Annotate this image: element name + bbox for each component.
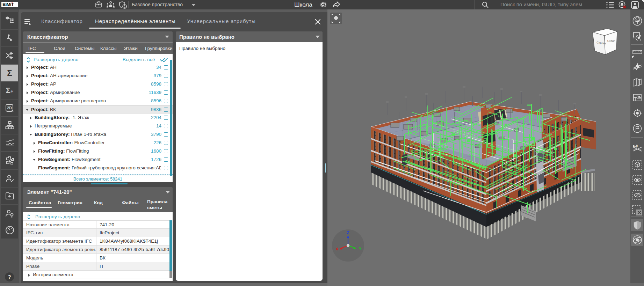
svg-text:X: X <box>336 247 339 251</box>
svg-text:Z: Z <box>347 230 349 235</box>
svg-text:Y: Y <box>359 247 362 251</box>
svg-text:Сзади: Сзади <box>607 39 616 43</box>
svg-text:2: 2 <box>636 144 638 146</box>
svg-text:2D: 2D <box>7 106 12 110</box>
